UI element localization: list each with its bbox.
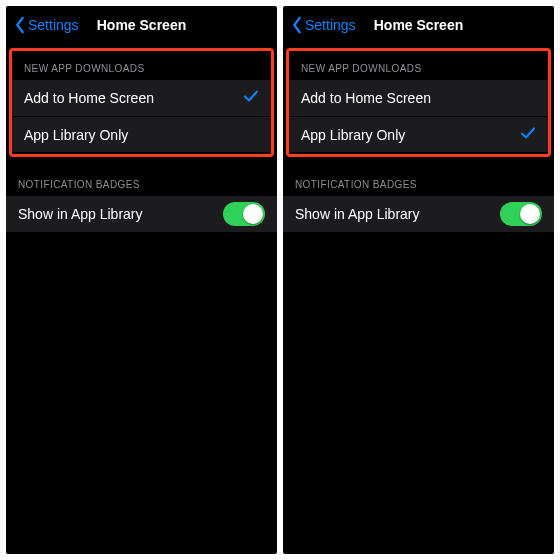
back-label: Settings — [305, 17, 356, 33]
toggle-row-show-library: Show in App Library — [283, 196, 554, 232]
toggle-label: Show in App Library — [295, 206, 420, 222]
back-label: Settings — [28, 17, 79, 33]
badges-section: NOTIFICATION BADGES Show in App Library — [283, 173, 554, 232]
navbar: Settings Home Screen — [6, 6, 277, 44]
downloads-highlight: NEW APP DOWNLOADS Add to Home Screen App… — [286, 48, 551, 157]
comparison-wrap: Settings Home Screen NEW APP DOWNLOADS A… — [0, 0, 560, 560]
toggle-knob — [243, 204, 263, 224]
downloads-highlight: NEW APP DOWNLOADS Add to Home Screen App… — [9, 48, 274, 157]
toggle-show-library[interactable] — [500, 202, 542, 226]
toggle-knob — [520, 204, 540, 224]
option-label: Add to Home Screen — [24, 90, 154, 106]
option-add-home[interactable]: Add to Home Screen — [12, 80, 271, 116]
phone-left: Settings Home Screen NEW APP DOWNLOADS A… — [6, 6, 277, 554]
chevron-left-icon — [291, 16, 303, 34]
checkmark-icon — [243, 88, 259, 108]
option-label: App Library Only — [24, 127, 128, 143]
downloads-header: NEW APP DOWNLOADS — [12, 57, 271, 80]
back-button[interactable]: Settings — [14, 16, 79, 34]
toggle-label: Show in App Library — [18, 206, 143, 222]
badges-section: NOTIFICATION BADGES Show in App Library — [6, 173, 277, 232]
chevron-left-icon — [14, 16, 26, 34]
downloads-header: NEW APP DOWNLOADS — [289, 57, 548, 80]
badges-header: NOTIFICATION BADGES — [283, 173, 554, 196]
checkmark-icon — [520, 125, 536, 145]
option-app-library[interactable]: App Library Only — [289, 116, 548, 152]
toggle-row-show-library: Show in App Library — [6, 196, 277, 232]
option-label: Add to Home Screen — [301, 90, 431, 106]
phone-right: Settings Home Screen NEW APP DOWNLOADS A… — [283, 6, 554, 554]
toggle-show-library[interactable] — [223, 202, 265, 226]
back-button[interactable]: Settings — [291, 16, 356, 34]
option-app-library[interactable]: App Library Only — [12, 116, 271, 152]
option-add-home[interactable]: Add to Home Screen — [289, 80, 548, 116]
option-label: App Library Only — [301, 127, 405, 143]
navbar: Settings Home Screen — [283, 6, 554, 44]
badges-header: NOTIFICATION BADGES — [6, 173, 277, 196]
